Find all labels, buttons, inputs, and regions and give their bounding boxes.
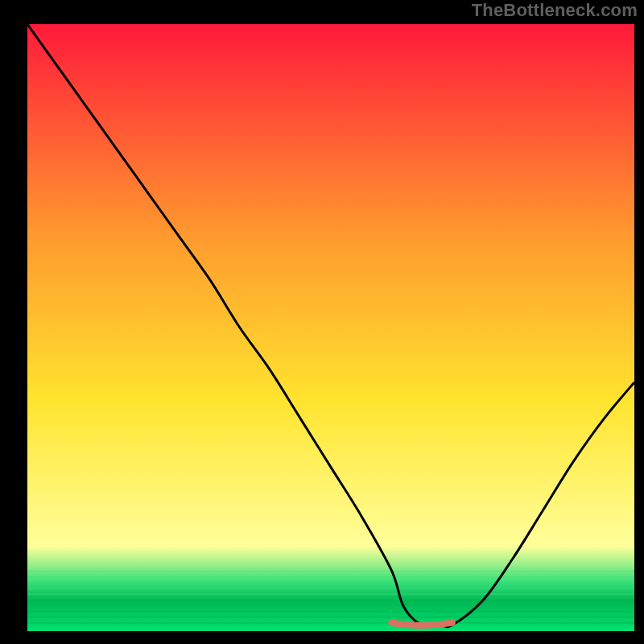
watermark-label: TheBottleneck.com [472, 0, 638, 21]
plot-area [27, 24, 634, 631]
svg-rect-9 [27, 622, 634, 624]
svg-rect-3 [27, 588, 634, 589]
bottleneck-chart [27, 24, 634, 631]
svg-rect-0 [27, 571, 634, 572]
svg-rect-7 [27, 610, 634, 612]
svg-rect-2 [27, 582, 634, 584]
chart-frame: TheBottleneck.com [0, 0, 644, 644]
svg-rect-5 [27, 599, 634, 601]
gradient-background [27, 24, 634, 631]
optimal-range-marker [391, 623, 452, 626]
svg-rect-6 [27, 605, 634, 606]
svg-rect-8 [27, 617, 634, 618]
svg-rect-1 [27, 576, 634, 578]
svg-rect-4 [27, 593, 634, 595]
